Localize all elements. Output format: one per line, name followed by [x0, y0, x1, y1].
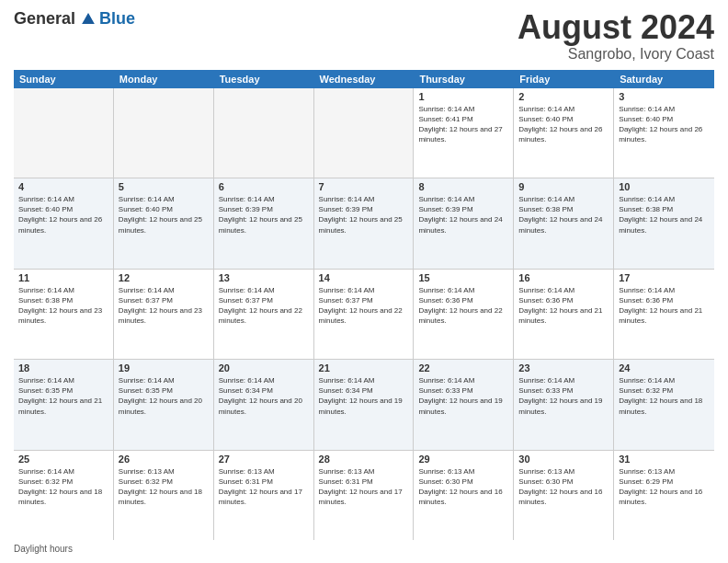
- header-sunday: Sunday: [14, 70, 114, 88]
- day-number-13: 13: [219, 272, 309, 283]
- day-info-19: Sunrise: 6:14 AM Sunset: 6:35 PM Dayligh…: [119, 375, 209, 417]
- day-number-14: 14: [319, 272, 409, 283]
- day-info-31: Sunrise: 6:13 AM Sunset: 6:29 PM Dayligh…: [619, 466, 710, 508]
- day-cell-30: 30Sunrise: 6:13 AM Sunset: 6:30 PM Dayli…: [514, 451, 614, 540]
- week-row-0: 1Sunrise: 6:14 AM Sunset: 6:41 PM Daylig…: [14, 88, 714, 178]
- day-info-5: Sunrise: 6:14 AM Sunset: 6:40 PM Dayligh…: [119, 194, 209, 236]
- day-cell-18: 18Sunrise: 6:14 AM Sunset: 6:35 PM Dayli…: [14, 360, 114, 449]
- day-cell-16: 16Sunrise: 6:14 AM Sunset: 6:36 PM Dayli…: [514, 270, 614, 359]
- day-cell-2: 2Sunrise: 6:14 AM Sunset: 6:40 PM Daylig…: [514, 88, 614, 178]
- week-row-4: 25Sunrise: 6:14 AM Sunset: 6:32 PM Dayli…: [14, 451, 714, 540]
- day-info-18: Sunrise: 6:14 AM Sunset: 6:35 PM Dayligh…: [18, 375, 108, 417]
- calendar: Sunday Monday Tuesday Wednesday Thursday…: [14, 70, 714, 540]
- day-cell-12: 12Sunrise: 6:14 AM Sunset: 6:37 PM Dayli…: [114, 270, 214, 359]
- header-friday: Friday: [514, 70, 614, 88]
- empty-cell: [214, 88, 314, 178]
- day-info-16: Sunrise: 6:14 AM Sunset: 6:36 PM Dayligh…: [518, 285, 609, 327]
- day-number-1: 1: [418, 91, 508, 102]
- day-cell-5: 5Sunrise: 6:14 AM Sunset: 6:40 PM Daylig…: [114, 178, 214, 268]
- day-number-31: 31: [619, 454, 710, 465]
- day-number-15: 15: [418, 272, 508, 283]
- day-info-6: Sunrise: 6:14 AM Sunset: 6:39 PM Dayligh…: [219, 194, 309, 236]
- day-cell-20: 20Sunrise: 6:14 AM Sunset: 6:34 PM Dayli…: [214, 360, 314, 449]
- logo-blue: Blue: [99, 9, 135, 29]
- day-cell-21: 21Sunrise: 6:14 AM Sunset: 6:34 PM Dayli…: [314, 360, 415, 449]
- day-number-18: 18: [18, 362, 108, 373]
- day-cell-26: 26Sunrise: 6:13 AM Sunset: 6:32 PM Dayli…: [114, 451, 214, 540]
- day-cell-14: 14Sunrise: 6:14 AM Sunset: 6:37 PM Dayli…: [314, 270, 415, 359]
- day-cell-9: 9Sunrise: 6:14 AM Sunset: 6:38 PM Daylig…: [514, 178, 614, 268]
- day-info-25: Sunrise: 6:14 AM Sunset: 6:32 PM Dayligh…: [18, 466, 108, 508]
- day-cell-28: 28Sunrise: 6:13 AM Sunset: 6:31 PM Dayli…: [314, 451, 415, 540]
- page: General Blue August 2024 Sangrobo, Ivory…: [0, 0, 728, 563]
- day-number-30: 30: [518, 454, 609, 465]
- day-cell-1: 1Sunrise: 6:14 AM Sunset: 6:41 PM Daylig…: [414, 88, 514, 178]
- day-number-20: 20: [219, 362, 309, 373]
- day-cell-10: 10Sunrise: 6:14 AM Sunset: 6:38 PM Dayli…: [614, 178, 714, 268]
- day-number-7: 7: [319, 181, 409, 192]
- day-number-23: 23: [518, 362, 609, 373]
- week-row-2: 11Sunrise: 6:14 AM Sunset: 6:38 PM Dayli…: [14, 270, 714, 360]
- logo-general: General: [14, 9, 75, 29]
- logo: General Blue: [14, 9, 135, 29]
- day-number-9: 9: [518, 181, 609, 192]
- day-info-1: Sunrise: 6:14 AM Sunset: 6:41 PM Dayligh…: [418, 104, 508, 145]
- calendar-header: Sunday Monday Tuesday Wednesday Thursday…: [14, 70, 714, 88]
- day-info-13: Sunrise: 6:14 AM Sunset: 6:37 PM Dayligh…: [219, 285, 309, 327]
- day-number-28: 28: [319, 454, 409, 465]
- day-number-4: 4: [18, 181, 108, 192]
- day-info-9: Sunrise: 6:14 AM Sunset: 6:38 PM Dayligh…: [518, 194, 609, 236]
- day-info-23: Sunrise: 6:14 AM Sunset: 6:33 PM Dayligh…: [518, 375, 609, 417]
- empty-cell: [114, 88, 214, 178]
- day-info-26: Sunrise: 6:13 AM Sunset: 6:32 PM Dayligh…: [119, 466, 209, 508]
- day-cell-3: 3Sunrise: 6:14 AM Sunset: 6:40 PM Daylig…: [614, 88, 714, 178]
- day-number-22: 22: [418, 362, 508, 373]
- day-cell-15: 15Sunrise: 6:14 AM Sunset: 6:36 PM Dayli…: [414, 270, 514, 359]
- day-number-10: 10: [619, 181, 710, 192]
- svg-marker-1: [82, 13, 94, 24]
- day-number-8: 8: [418, 181, 508, 192]
- day-info-28: Sunrise: 6:13 AM Sunset: 6:31 PM Dayligh…: [319, 466, 409, 508]
- day-info-10: Sunrise: 6:14 AM Sunset: 6:38 PM Dayligh…: [619, 194, 710, 236]
- day-info-22: Sunrise: 6:14 AM Sunset: 6:33 PM Dayligh…: [418, 375, 508, 417]
- day-info-14: Sunrise: 6:14 AM Sunset: 6:37 PM Dayligh…: [319, 285, 409, 327]
- day-number-17: 17: [619, 272, 710, 283]
- day-info-2: Sunrise: 6:14 AM Sunset: 6:40 PM Dayligh…: [518, 104, 609, 145]
- day-info-15: Sunrise: 6:14 AM Sunset: 6:36 PM Dayligh…: [418, 285, 508, 327]
- day-cell-7: 7Sunrise: 6:14 AM Sunset: 6:39 PM Daylig…: [314, 178, 415, 268]
- empty-cell: [314, 88, 415, 178]
- day-info-20: Sunrise: 6:14 AM Sunset: 6:34 PM Dayligh…: [219, 375, 309, 417]
- week-row-1: 4Sunrise: 6:14 AM Sunset: 6:40 PM Daylig…: [14, 178, 714, 269]
- day-number-25: 25: [18, 454, 108, 465]
- header-monday: Monday: [114, 70, 214, 88]
- day-cell-19: 19Sunrise: 6:14 AM Sunset: 6:35 PM Dayli…: [114, 360, 214, 449]
- day-info-17: Sunrise: 6:14 AM Sunset: 6:36 PM Dayligh…: [619, 285, 710, 327]
- day-number-27: 27: [219, 454, 309, 465]
- day-number-6: 6: [219, 181, 309, 192]
- day-cell-22: 22Sunrise: 6:14 AM Sunset: 6:33 PM Dayli…: [414, 360, 514, 449]
- day-info-24: Sunrise: 6:14 AM Sunset: 6:32 PM Dayligh…: [619, 375, 710, 417]
- day-info-8: Sunrise: 6:14 AM Sunset: 6:39 PM Dayligh…: [418, 194, 508, 236]
- day-number-3: 3: [619, 91, 710, 102]
- day-number-19: 19: [119, 362, 209, 373]
- day-number-24: 24: [619, 362, 710, 373]
- day-info-27: Sunrise: 6:13 AM Sunset: 6:31 PM Dayligh…: [219, 466, 309, 508]
- title-section: August 2024 Sangrobo, Ivory Coast: [518, 9, 714, 63]
- empty-cell: [14, 88, 114, 178]
- day-cell-25: 25Sunrise: 6:14 AM Sunset: 6:32 PM Dayli…: [14, 451, 114, 540]
- day-cell-29: 29Sunrise: 6:13 AM Sunset: 6:30 PM Dayli…: [414, 451, 514, 540]
- day-number-2: 2: [518, 91, 609, 102]
- day-cell-8: 8Sunrise: 6:14 AM Sunset: 6:39 PM Daylig…: [414, 178, 514, 268]
- calendar-body: 1Sunrise: 6:14 AM Sunset: 6:41 PM Daylig…: [14, 88, 714, 540]
- day-number-12: 12: [119, 272, 209, 283]
- day-number-21: 21: [319, 362, 409, 373]
- day-cell-17: 17Sunrise: 6:14 AM Sunset: 6:36 PM Dayli…: [614, 270, 714, 359]
- day-cell-13: 13Sunrise: 6:14 AM Sunset: 6:37 PM Dayli…: [214, 270, 314, 359]
- header-tuesday: Tuesday: [214, 70, 314, 88]
- header-saturday: Saturday: [614, 70, 714, 88]
- day-number-11: 11: [18, 272, 108, 283]
- day-cell-27: 27Sunrise: 6:13 AM Sunset: 6:31 PM Dayli…: [214, 451, 314, 540]
- header-wednesday: Wednesday: [314, 70, 415, 88]
- day-cell-11: 11Sunrise: 6:14 AM Sunset: 6:38 PM Dayli…: [14, 270, 114, 359]
- logo-container: General Blue: [14, 9, 135, 29]
